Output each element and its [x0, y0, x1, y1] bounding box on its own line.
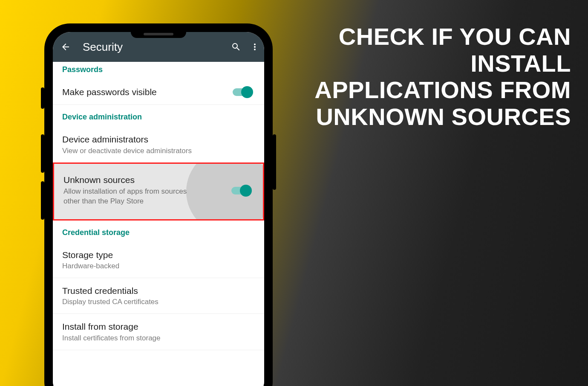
toggle-unknown-sources[interactable]	[231, 187, 250, 194]
row-title: Device administrators	[62, 134, 255, 145]
row-subtitle: Allow installation of apps from sources …	[63, 187, 202, 206]
phone-screen: Security Passwords Make passwords visibl…	[53, 32, 264, 386]
more-icon[interactable]	[250, 42, 260, 52]
row-title: Storage type	[62, 249, 255, 261]
row-subtitle: Display trusted CA certificates	[62, 297, 255, 307]
row-subtitle: Install certificates from storage	[62, 334, 255, 343]
row-trusted-credentials[interactable]: Trusted credentials Display trusted CA c…	[53, 278, 264, 314]
phone-speaker	[144, 33, 173, 35]
toggle-knob	[240, 185, 252, 197]
search-icon[interactable]	[231, 42, 241, 52]
row-title: Trusted credentials	[62, 285, 255, 296]
section-header-credential-storage: Credential storage	[53, 221, 264, 242]
phone-side-button	[41, 87, 44, 109]
phone-side-button	[273, 134, 276, 190]
row-make-passwords-visible[interactable]: Make passwords visible	[53, 79, 264, 105]
settings-content[interactable]: Passwords Make passwords visible Device …	[53, 62, 264, 386]
phone-side-button	[41, 134, 44, 173]
instruction-headline: CHECK IF YOU CAN INSTALL APPLICATIONS FR…	[294, 23, 571, 131]
row-title: Unknown sources	[63, 175, 202, 185]
row-device-administrators[interactable]: Device administrators View or deactivate…	[53, 127, 264, 162]
row-subtitle: Hardware-backed	[62, 261, 255, 271]
phone-side-button	[41, 181, 44, 220]
toggle-knob	[241, 86, 253, 98]
section-header-device-admin: Device administration	[53, 105, 264, 127]
toggle-passwords-visible[interactable]	[233, 88, 251, 96]
row-subtitle: View or deactivate device administrators	[62, 146, 255, 156]
row-storage-type[interactable]: Storage type Hardware-backed	[53, 242, 264, 278]
row-title: Make passwords visible	[62, 86, 228, 98]
appbar-title: Security	[83, 41, 222, 54]
section-header-passwords: Passwords	[53, 62, 264, 79]
row-title: Install from storage	[62, 321, 255, 332]
phone-frame: Security Passwords Make passwords visibl…	[44, 23, 273, 386]
row-install-from-storage[interactable]: Install from storage Install certificate…	[53, 314, 264, 350]
back-icon[interactable]	[61, 42, 71, 52]
highlight-unknown-sources: Unknown sources Allow installation of ap…	[53, 163, 264, 221]
row-unknown-sources[interactable]: Unknown sources Allow installation of ap…	[54, 164, 263, 219]
